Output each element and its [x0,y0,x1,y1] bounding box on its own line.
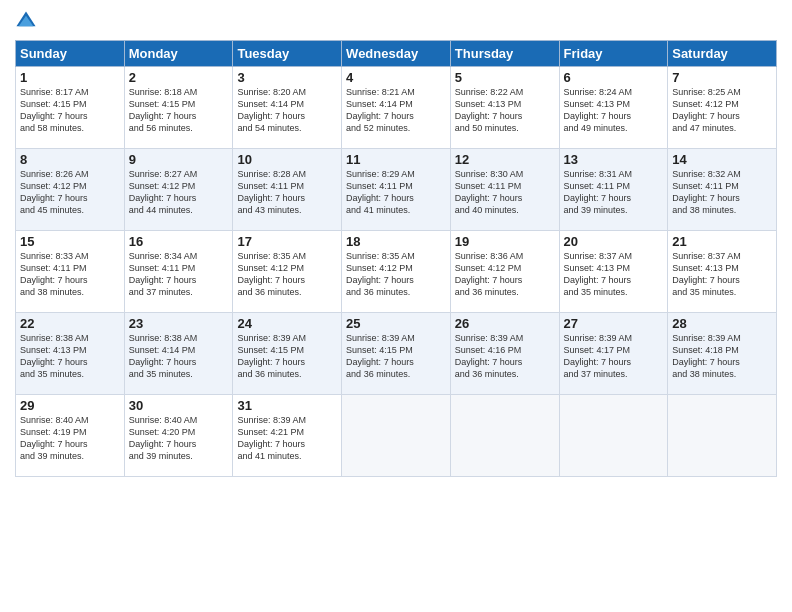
cell-info: Sunrise: 8:28 AM Sunset: 4:11 PM Dayligh… [237,168,337,217]
day-number: 23 [129,316,229,331]
day-number: 30 [129,398,229,413]
calendar-cell: 1 Sunrise: 8:17 AM Sunset: 4:15 PM Dayli… [16,67,125,149]
calendar-cell: 27 Sunrise: 8:39 AM Sunset: 4:17 PM Dayl… [559,313,668,395]
day-number: 8 [20,152,120,167]
day-number: 20 [564,234,664,249]
day-number: 29 [20,398,120,413]
col-header-saturday: Saturday [668,41,777,67]
calendar-cell: 26 Sunrise: 8:39 AM Sunset: 4:16 PM Dayl… [450,313,559,395]
calendar-cell: 24 Sunrise: 8:39 AM Sunset: 4:15 PM Dayl… [233,313,342,395]
calendar-cell: 13 Sunrise: 8:31 AM Sunset: 4:11 PM Dayl… [559,149,668,231]
col-header-friday: Friday [559,41,668,67]
header [15,10,777,32]
col-header-thursday: Thursday [450,41,559,67]
cell-info: Sunrise: 8:40 AM Sunset: 4:19 PM Dayligh… [20,414,120,463]
cell-info: Sunrise: 8:39 AM Sunset: 4:15 PM Dayligh… [346,332,446,381]
cell-info: Sunrise: 8:37 AM Sunset: 4:13 PM Dayligh… [564,250,664,299]
cell-info: Sunrise: 8:27 AM Sunset: 4:12 PM Dayligh… [129,168,229,217]
cell-info: Sunrise: 8:38 AM Sunset: 4:13 PM Dayligh… [20,332,120,381]
day-number: 6 [564,70,664,85]
calendar-cell [450,395,559,477]
cell-info: Sunrise: 8:39 AM Sunset: 4:18 PM Dayligh… [672,332,772,381]
week-row-1: 1 Sunrise: 8:17 AM Sunset: 4:15 PM Dayli… [16,67,777,149]
day-number: 16 [129,234,229,249]
day-number: 21 [672,234,772,249]
week-row-2: 8 Sunrise: 8:26 AM Sunset: 4:12 PM Dayli… [16,149,777,231]
calendar-cell: 10 Sunrise: 8:28 AM Sunset: 4:11 PM Dayl… [233,149,342,231]
day-number: 25 [346,316,446,331]
day-number: 17 [237,234,337,249]
week-row-3: 15 Sunrise: 8:33 AM Sunset: 4:11 PM Dayl… [16,231,777,313]
calendar-cell: 28 Sunrise: 8:39 AM Sunset: 4:18 PM Dayl… [668,313,777,395]
week-row-5: 29 Sunrise: 8:40 AM Sunset: 4:19 PM Dayl… [16,395,777,477]
day-number: 1 [20,70,120,85]
cell-info: Sunrise: 8:22 AM Sunset: 4:13 PM Dayligh… [455,86,555,135]
day-number: 2 [129,70,229,85]
day-number: 24 [237,316,337,331]
day-number: 11 [346,152,446,167]
column-headers: SundayMondayTuesdayWednesdayThursdayFrid… [16,41,777,67]
calendar-cell: 3 Sunrise: 8:20 AM Sunset: 4:14 PM Dayli… [233,67,342,149]
cell-info: Sunrise: 8:31 AM Sunset: 4:11 PM Dayligh… [564,168,664,217]
day-number: 4 [346,70,446,85]
calendar-cell: 30 Sunrise: 8:40 AM Sunset: 4:20 PM Dayl… [124,395,233,477]
cell-info: Sunrise: 8:35 AM Sunset: 4:12 PM Dayligh… [237,250,337,299]
calendar-cell: 15 Sunrise: 8:33 AM Sunset: 4:11 PM Dayl… [16,231,125,313]
day-number: 12 [455,152,555,167]
calendar-cell: 23 Sunrise: 8:38 AM Sunset: 4:14 PM Dayl… [124,313,233,395]
calendar-cell: 4 Sunrise: 8:21 AM Sunset: 4:14 PM Dayli… [342,67,451,149]
calendar-cell: 9 Sunrise: 8:27 AM Sunset: 4:12 PM Dayli… [124,149,233,231]
calendar-cell: 20 Sunrise: 8:37 AM Sunset: 4:13 PM Dayl… [559,231,668,313]
cell-info: Sunrise: 8:39 AM Sunset: 4:17 PM Dayligh… [564,332,664,381]
day-number: 31 [237,398,337,413]
col-header-tuesday: Tuesday [233,41,342,67]
day-number: 7 [672,70,772,85]
calendar-cell: 16 Sunrise: 8:34 AM Sunset: 4:11 PM Dayl… [124,231,233,313]
cell-info: Sunrise: 8:37 AM Sunset: 4:13 PM Dayligh… [672,250,772,299]
cell-info: Sunrise: 8:40 AM Sunset: 4:20 PM Dayligh… [129,414,229,463]
cell-info: Sunrise: 8:38 AM Sunset: 4:14 PM Dayligh… [129,332,229,381]
cell-info: Sunrise: 8:17 AM Sunset: 4:15 PM Dayligh… [20,86,120,135]
calendar-cell: 8 Sunrise: 8:26 AM Sunset: 4:12 PM Dayli… [16,149,125,231]
cell-info: Sunrise: 8:35 AM Sunset: 4:12 PM Dayligh… [346,250,446,299]
calendar-cell: 25 Sunrise: 8:39 AM Sunset: 4:15 PM Dayl… [342,313,451,395]
col-header-sunday: Sunday [16,41,125,67]
day-number: 15 [20,234,120,249]
calendar-cell: 12 Sunrise: 8:30 AM Sunset: 4:11 PM Dayl… [450,149,559,231]
calendar-cell [668,395,777,477]
day-number: 28 [672,316,772,331]
cell-info: Sunrise: 8:34 AM Sunset: 4:11 PM Dayligh… [129,250,229,299]
day-number: 9 [129,152,229,167]
calendar-cell: 21 Sunrise: 8:37 AM Sunset: 4:13 PM Dayl… [668,231,777,313]
calendar-cell: 29 Sunrise: 8:40 AM Sunset: 4:19 PM Dayl… [16,395,125,477]
day-number: 10 [237,152,337,167]
cell-info: Sunrise: 8:21 AM Sunset: 4:14 PM Dayligh… [346,86,446,135]
cell-info: Sunrise: 8:25 AM Sunset: 4:12 PM Dayligh… [672,86,772,135]
day-number: 22 [20,316,120,331]
day-number: 13 [564,152,664,167]
day-number: 5 [455,70,555,85]
day-number: 19 [455,234,555,249]
calendar-cell [342,395,451,477]
calendar-cell: 11 Sunrise: 8:29 AM Sunset: 4:11 PM Dayl… [342,149,451,231]
calendar-cell: 6 Sunrise: 8:24 AM Sunset: 4:13 PM Dayli… [559,67,668,149]
cell-info: Sunrise: 8:29 AM Sunset: 4:11 PM Dayligh… [346,168,446,217]
day-number: 14 [672,152,772,167]
calendar-cell: 31 Sunrise: 8:39 AM Sunset: 4:21 PM Dayl… [233,395,342,477]
cell-info: Sunrise: 8:20 AM Sunset: 4:14 PM Dayligh… [237,86,337,135]
calendar-cell: 19 Sunrise: 8:36 AM Sunset: 4:12 PM Dayl… [450,231,559,313]
day-number: 18 [346,234,446,249]
calendar-cell: 5 Sunrise: 8:22 AM Sunset: 4:13 PM Dayli… [450,67,559,149]
day-number: 3 [237,70,337,85]
week-row-4: 22 Sunrise: 8:38 AM Sunset: 4:13 PM Dayl… [16,313,777,395]
calendar-cell: 22 Sunrise: 8:38 AM Sunset: 4:13 PM Dayl… [16,313,125,395]
calendar-cell: 18 Sunrise: 8:35 AM Sunset: 4:12 PM Dayl… [342,231,451,313]
page: SundayMondayTuesdayWednesdayThursdayFrid… [0,0,792,612]
day-number: 26 [455,316,555,331]
calendar-cell: 7 Sunrise: 8:25 AM Sunset: 4:12 PM Dayli… [668,67,777,149]
cell-info: Sunrise: 8:39 AM Sunset: 4:15 PM Dayligh… [237,332,337,381]
calendar-cell: 14 Sunrise: 8:32 AM Sunset: 4:11 PM Dayl… [668,149,777,231]
col-header-monday: Monday [124,41,233,67]
cell-info: Sunrise: 8:39 AM Sunset: 4:21 PM Dayligh… [237,414,337,463]
cell-info: Sunrise: 8:26 AM Sunset: 4:12 PM Dayligh… [20,168,120,217]
